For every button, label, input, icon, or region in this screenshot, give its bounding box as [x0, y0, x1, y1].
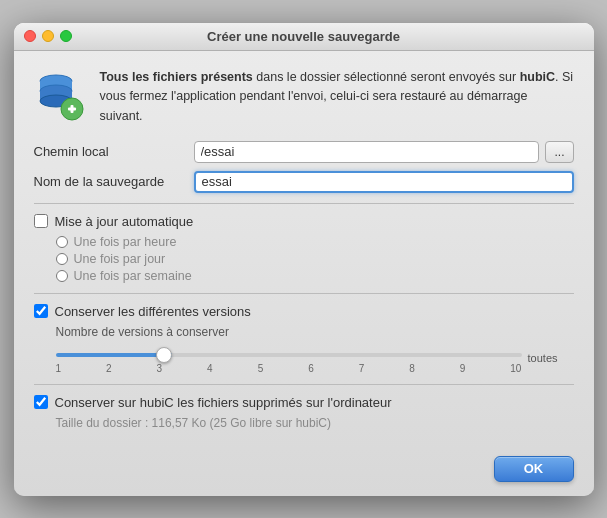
browse-button[interactable]: ...: [545, 141, 573, 163]
tick-4: 4: [207, 363, 213, 374]
versions-row: Conserver les différentes versions: [34, 304, 574, 319]
update-frequency-group: Une fois par heure Une fois par jour Une…: [56, 235, 574, 283]
radio-hourly[interactable]: [56, 236, 68, 248]
close-button[interactable]: [24, 30, 36, 42]
local-path-label: Chemin local: [34, 144, 184, 159]
local-path-input[interactable]: [194, 141, 540, 163]
database-icon: [34, 71, 86, 127]
local-path-row: Chemin local ...: [34, 141, 574, 163]
slider-ticks: 1 2 3 4 5 6 7 8 9 10: [56, 363, 522, 374]
auto-update-row: Mise à jour automatique: [34, 214, 574, 229]
auto-update-checkbox[interactable]: [34, 214, 48, 228]
versions-label: Conserver les différentes versions: [55, 304, 251, 319]
titlebar-title: Créer une nouvelle sauvegarde: [207, 29, 400, 44]
deleted-files-checkbox[interactable]: [34, 395, 48, 409]
auto-update-label: Mise à jour automatique: [55, 214, 194, 229]
tick-6: 6: [308, 363, 314, 374]
titlebar: Créer une nouvelle sauvegarde: [14, 23, 594, 51]
svg-rect-7: [70, 105, 73, 113]
radio-row-hourly: Une fois par heure: [56, 235, 574, 249]
window-controls: [24, 30, 72, 42]
versions-checkbox[interactable]: [34, 304, 48, 318]
info-section: Tous les fichiers présents dans le dossi…: [34, 67, 574, 127]
radio-hourly-label: Une fois par heure: [74, 235, 177, 249]
info-text: Tous les fichiers présents dans le dossi…: [100, 67, 574, 126]
tick-10: 10: [510, 363, 521, 374]
slider-label: Nombre de versions à conserver: [56, 325, 574, 339]
tick-1: 1: [56, 363, 62, 374]
radio-weekly[interactable]: [56, 270, 68, 282]
radio-weekly-label: Une fois par semaine: [74, 269, 192, 283]
tick-8: 8: [409, 363, 415, 374]
dialog-window: Créer une nouvelle sauvegarde: [14, 23, 594, 496]
radio-row-weekly: Une fois par semaine: [56, 269, 574, 283]
ok-button[interactable]: OK: [494, 456, 574, 482]
backup-name-label: Nom de la sauvegarde: [34, 174, 184, 189]
backup-name-input[interactable]: [194, 171, 574, 193]
deleted-files-row: Conserver sur hubiC les fichiers supprim…: [34, 395, 574, 410]
divider-2: [34, 293, 574, 294]
dialog-content: Tous les fichiers présents dans le dossi…: [14, 51, 594, 446]
versions-slider[interactable]: [56, 353, 522, 357]
divider-1: [34, 203, 574, 204]
tick-5: 5: [258, 363, 264, 374]
folder-size-text: Taille du dossier : 116,57 Ko (25 Go lib…: [56, 416, 574, 430]
deleted-files-label: Conserver sur hubiC les fichiers supprim…: [55, 395, 392, 410]
tick-9: 9: [460, 363, 466, 374]
radio-daily-label: Une fois par jour: [74, 252, 166, 266]
tick-3: 3: [157, 363, 163, 374]
tick-2: 2: [106, 363, 112, 374]
local-path-input-group: ...: [194, 141, 574, 163]
backup-name-row: Nom de la sauvegarde: [34, 171, 574, 193]
dialog-footer: OK: [14, 446, 594, 496]
slider-row: 1 2 3 4 5 6 7 8 9 10 toutes: [56, 343, 564, 374]
minimize-button[interactable]: [42, 30, 54, 42]
slider-wrapper: 1 2 3 4 5 6 7 8 9 10: [56, 343, 522, 374]
radio-daily[interactable]: [56, 253, 68, 265]
maximize-button[interactable]: [60, 30, 72, 42]
radio-row-daily: Une fois par jour: [56, 252, 574, 266]
divider-3: [34, 384, 574, 385]
tick-7: 7: [359, 363, 365, 374]
toutes-label: toutes: [528, 352, 558, 364]
